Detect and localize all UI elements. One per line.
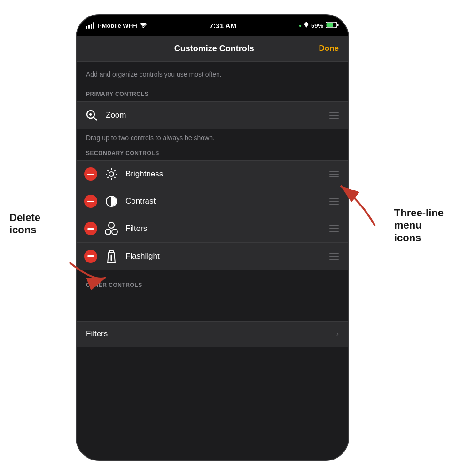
nav-title: Customize Controls — [174, 44, 254, 54]
status-time: 7:31 AM — [210, 22, 236, 30]
drag-line-1 — [329, 198, 339, 199]
filters-circles — [105, 222, 118, 235]
primary-controls-list: Zoom — [77, 101, 348, 129]
wifi-icon — [140, 22, 147, 29]
flashlight-icon — [104, 249, 119, 264]
list-item-filters: Filters — [77, 215, 348, 243]
filters-label: Filters — [125, 224, 321, 233]
status-bar: T-Mobile Wi-Fi 7:31 AM ● 59% — [77, 15, 348, 36]
list-item-contrast: Contrast — [77, 188, 348, 215]
location-icon — [304, 22, 309, 29]
delete-filters-button[interactable] — [84, 222, 97, 235]
contrast-half — [111, 197, 116, 206]
drag-line-3 — [329, 176, 339, 177]
delete-flashlight-button[interactable] — [84, 250, 97, 263]
svg-line-13 — [108, 170, 109, 171]
drag-line-2 — [329, 256, 339, 257]
zoom-label: Zoom — [106, 111, 321, 120]
section-description: Add and organize controls you use most o… — [77, 62, 348, 87]
zoom-drag-handle[interactable] — [327, 110, 341, 120]
drag-line-3 — [329, 259, 339, 260]
flashlight-drag-handle[interactable] — [327, 251, 341, 262]
drag-line-3 — [329, 118, 339, 119]
spacer — [77, 270, 348, 278]
svg-line-16 — [108, 177, 109, 178]
battery-icon — [326, 22, 339, 30]
location-dot: ● — [299, 23, 302, 28]
zoom-icon — [84, 108, 99, 123]
list-item-flashlight: Flashlight — [77, 243, 348, 270]
drag-line-1 — [329, 253, 339, 254]
filters-drag-handle[interactable] — [327, 223, 341, 234]
primary-controls-header: PRIMARY CONTROLS — [77, 87, 348, 101]
drag-line-3 — [329, 204, 339, 205]
signal-bar-3 — [91, 24, 92, 29]
svg-line-5 — [94, 117, 97, 120]
drag-hint-text: Drag up to two controls to always be sho… — [77, 129, 348, 146]
flashlight-label: Flashlight — [125, 252, 321, 261]
delete-brightness-button[interactable] — [84, 167, 97, 181]
filter-circle-3 — [111, 229, 118, 235]
contrast-label: Contrast — [125, 197, 321, 206]
content-area: Add and organize controls you use most o… — [77, 62, 348, 460]
svg-line-14 — [114, 177, 115, 178]
signal-bars — [86, 22, 94, 29]
drag-line-1 — [329, 225, 339, 226]
other-controls-header: OTHER CONTROLS — [77, 278, 348, 292]
bottom-padding — [77, 347, 348, 366]
other-controls-empty — [77, 292, 348, 320]
status-right: ● 59% — [299, 22, 339, 30]
signal-bar-1 — [86, 26, 87, 29]
filter-circle-2 — [105, 229, 111, 235]
brightness-label: Brightness — [125, 169, 321, 179]
svg-rect-3 — [337, 24, 339, 26]
contrast-circle — [106, 196, 117, 207]
status-left: T-Mobile Wi-Fi — [86, 22, 147, 29]
phone-frame: T-Mobile Wi-Fi 7:31 AM ● 59% — [76, 14, 349, 461]
battery-percent: 59% — [311, 22, 323, 29]
drag-line-3 — [329, 231, 339, 232]
brightness-icon — [104, 167, 119, 182]
nav-bar: Customize Controls Done — [77, 36, 348, 62]
annotation-delete: Deleteicons — [9, 212, 40, 237]
svg-point-0 — [142, 27, 144, 28]
drag-line-2 — [329, 201, 339, 202]
chevron-right-icon: › — [336, 330, 339, 338]
drag-line-2 — [329, 174, 339, 175]
done-button[interactable]: Done — [319, 44, 339, 53]
drag-line-2 — [329, 115, 339, 116]
brightness-drag-handle[interactable] — [327, 169, 341, 179]
annotation-menu: Three-linemenuicons — [394, 207, 444, 244]
svg-line-15 — [114, 170, 115, 171]
drag-line-1 — [329, 112, 339, 113]
filters-icon — [104, 221, 119, 236]
drag-line-1 — [329, 171, 339, 172]
contrast-drag-handle[interactable] — [327, 196, 341, 206]
list-item-brightness: Brightness — [77, 161, 348, 188]
signal-bar-2 — [88, 25, 90, 29]
list-item-zoom: Zoom — [77, 102, 348, 129]
secondary-controls-list: Brightness Contrast — [77, 160, 348, 270]
carrier-label: T-Mobile Wi-Fi — [96, 22, 138, 29]
drag-line-2 — [329, 228, 339, 229]
contrast-icon — [104, 194, 119, 209]
filters-row-label: Filters — [86, 329, 108, 339]
svg-rect-2 — [327, 23, 333, 27]
svg-point-8 — [109, 172, 114, 176]
secondary-controls-header: SECONDARY CONTROLS — [77, 146, 348, 160]
filters-row[interactable]: Filters › — [77, 321, 348, 347]
filter-circle-1 — [108, 222, 115, 229]
signal-bar-4 — [93, 22, 94, 29]
delete-contrast-button[interactable] — [84, 195, 97, 208]
